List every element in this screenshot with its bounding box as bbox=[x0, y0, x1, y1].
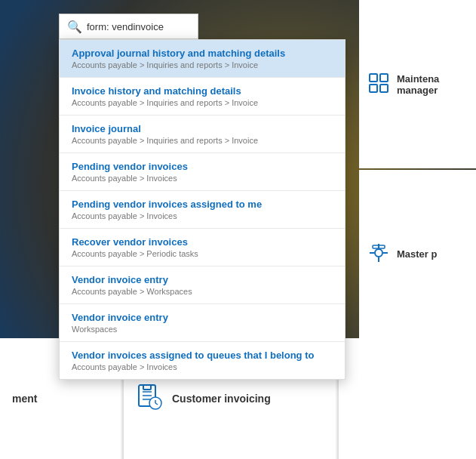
dropdown-item-title-1: Invoice history and matching details bbox=[72, 85, 333, 97]
dropdown-item-title-7: Vendor invoice entry bbox=[72, 312, 333, 323]
dropdown-item-5[interactable]: Recover vendor invoicesAccounts payable … bbox=[60, 229, 345, 266]
right-bottom-partial[interactable] bbox=[337, 338, 476, 459]
dropdown-item-title-0: Approval journal history and matching de… bbox=[72, 48, 333, 59]
dropdown-item-title-6: Vendor invoice entry bbox=[72, 274, 333, 285]
dropdown-item-subtitle-0: Accounts payable > Inquiries and reports… bbox=[72, 60, 333, 69]
dropdown-item-subtitle-5: Accounts payable > Periodic tasks bbox=[72, 249, 333, 258]
svg-rect-1 bbox=[380, 74, 388, 82]
search-dropdown: Approval journal history and matching de… bbox=[59, 39, 345, 380]
dropdown-item-title-4: Pending vendor invoices assigned to me bbox=[72, 199, 333, 210]
maintenance-manager-label: Maintenamanager bbox=[397, 73, 439, 96]
dropdown-item-title-8: Vendor invoices assigned to queues that … bbox=[72, 350, 333, 361]
dropdown-item-8[interactable]: Vendor invoices assigned to queues that … bbox=[60, 342, 345, 379]
dropdown-item-subtitle-6: Accounts payable > Workspaces bbox=[72, 287, 333, 296]
settings-icon bbox=[368, 242, 389, 266]
invoice-icon bbox=[136, 384, 163, 414]
svg-rect-3 bbox=[380, 85, 388, 92]
right-panel: Maintenamanager Master p bbox=[359, 0, 476, 338]
dropdown-item-title-2: Invoice journal bbox=[72, 123, 333, 134]
dropdown-item-title-5: Recover vendor invoices bbox=[72, 236, 333, 248]
dropdown-item-title-3: Pending vendor invoices bbox=[72, 161, 333, 172]
master-p-tile[interactable]: Master p bbox=[359, 170, 476, 338]
dropdown-item-0[interactable]: Approval journal history and matching de… bbox=[60, 40, 345, 78]
left-partial-label: ment bbox=[12, 393, 37, 405]
svg-rect-0 bbox=[370, 74, 377, 82]
dropdown-item-subtitle-7: Workspaces bbox=[72, 325, 333, 334]
search-bar[interactable]: 🔍 form: vendinvoice bbox=[59, 14, 198, 39]
dropdown-item-1[interactable]: Invoice history and matching detailsAcco… bbox=[60, 78, 345, 116]
dropdown-item-subtitle-4: Accounts payable > Invoices bbox=[72, 211, 333, 220]
dropdown-item-4[interactable]: Pending vendor invoices assigned to meAc… bbox=[60, 191, 345, 229]
dropdown-item-2[interactable]: Invoice journalAccounts payable > Inquir… bbox=[60, 116, 345, 153]
maintenance-manager-tile[interactable]: Maintenamanager bbox=[359, 0, 476, 168]
svg-rect-2 bbox=[370, 85, 377, 92]
search-icon: 🔍 bbox=[67, 20, 82, 34]
dropdown-item-3[interactable]: Pending vendor invoicesAccounts payable … bbox=[60, 153, 345, 191]
master-p-label: Master p bbox=[397, 248, 437, 260]
dropdown-item-6[interactable]: Vendor invoice entryAccounts payable > W… bbox=[60, 266, 345, 304]
dropdown-item-subtitle-3: Accounts payable > Invoices bbox=[72, 174, 333, 183]
dropdown-item-subtitle-8: Accounts payable > Invoices bbox=[72, 362, 333, 371]
svg-rect-11 bbox=[143, 385, 151, 390]
customer-invoicing-label: Customer invoicing bbox=[172, 393, 271, 405]
dropdown-item-subtitle-1: Accounts payable > Inquiries and reports… bbox=[72, 98, 333, 107]
svg-point-4 bbox=[375, 249, 382, 257]
grid-icon bbox=[368, 72, 389, 97]
dropdown-item-7[interactable]: Vendor invoice entryWorkspaces bbox=[60, 304, 345, 342]
search-input[interactable]: form: vendinvoice bbox=[87, 21, 164, 32]
dropdown-item-subtitle-2: Accounts payable > Inquiries and reports… bbox=[72, 136, 333, 145]
